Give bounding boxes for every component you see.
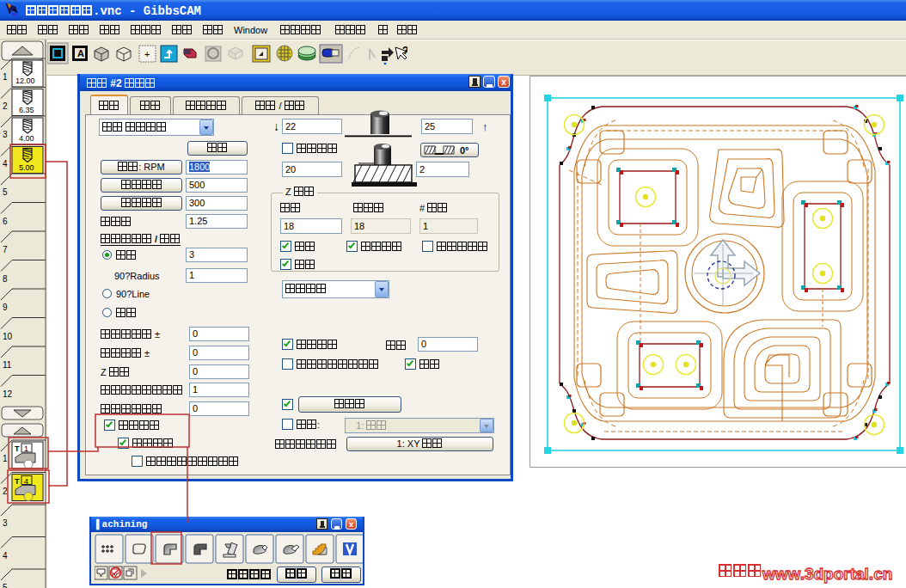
- svg-text:1: 1: [3, 72, 8, 82]
- svg-text:6: 6: [3, 217, 8, 226]
- svg-text:5: 5: [3, 583, 8, 588]
- svg-text:12.00: 12.00: [15, 77, 35, 85]
- svg-text:1: 1: [3, 454, 8, 463]
- svg-text:4: 4: [24, 477, 28, 486]
- svg-text:6.35: 6.35: [19, 106, 34, 114]
- svg-text:1: 1: [24, 444, 28, 453]
- svg-text:4: 4: [3, 551, 8, 560]
- svg-text:10: 10: [3, 332, 13, 341]
- svg-text:3: 3: [3, 518, 8, 528]
- svg-text:+: +: [144, 49, 150, 59]
- svg-text:2: 2: [3, 101, 8, 111]
- svg-text:T: T: [15, 444, 20, 453]
- svg-text:T: T: [15, 477, 20, 486]
- svg-text:7: 7: [3, 245, 8, 254]
- svg-text:?: ?: [402, 45, 407, 57]
- svg-text:8: 8: [3, 274, 8, 284]
- svg-text:3: 3: [3, 130, 8, 139]
- svg-text:4.00: 4.00: [19, 134, 34, 143]
- svg-text:12: 12: [3, 389, 13, 399]
- svg-text:4: 4: [3, 159, 8, 168]
- svg-text:2: 2: [3, 487, 8, 496]
- svg-text:5: 5: [3, 187, 8, 197]
- svg-text:A: A: [77, 48, 84, 58]
- svg-text:9: 9: [3, 303, 8, 312]
- svg-text:5.00: 5.00: [19, 163, 34, 172]
- svg-text:11: 11: [3, 360, 12, 370]
